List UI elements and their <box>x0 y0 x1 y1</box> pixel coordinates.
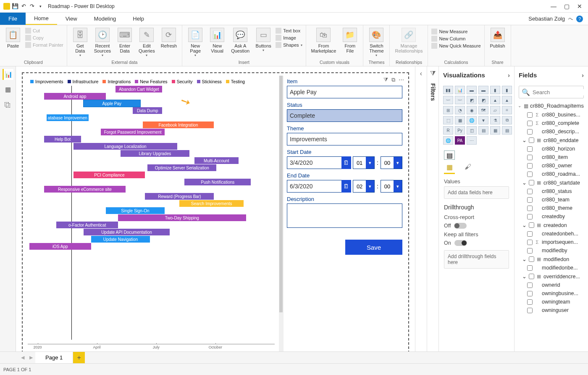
minimize-icon[interactable]: — <box>551 3 556 10</box>
field-item[interactable]: ⌄▦createdon <box>518 221 585 230</box>
field-item[interactable]: cr880_theme <box>518 204 585 212</box>
redo-icon[interactable]: ↷ <box>29 3 35 10</box>
viz-type-icon[interactable]: ▤ <box>478 126 488 135</box>
paste-button[interactable]: 📋Paste <box>3 27 24 59</box>
image-button[interactable]: Image <box>276 35 302 41</box>
get-data-button[interactable]: 🗄Get Data▾ <box>70 27 91 59</box>
viz-type-icon[interactable]: ⧉ <box>502 116 512 124</box>
cross-report-toggle[interactable] <box>454 223 467 229</box>
drillthrough-dropzone[interactable]: Add drillthrough fields here <box>444 250 509 269</box>
gantt-bar[interactable]: Help Bot <box>44 136 81 143</box>
prev-page-icon[interactable]: ◀ <box>18 352 27 363</box>
chevron-right-icon[interactable]: › <box>582 71 584 79</box>
maximize-icon[interactable]: ▢ <box>564 3 570 10</box>
tab-view[interactable]: View <box>57 13 86 25</box>
publish-button[interactable]: 📤Publish <box>487 27 508 59</box>
cut-button[interactable]: Cut <box>25 28 63 34</box>
field-item[interactable]: ⌄▦overriddencre... <box>518 272 585 281</box>
viz-type-icon[interactable]: 🌐 <box>443 136 453 145</box>
manage-relationships-button[interactable]: 🔗Manage Relationships <box>392 27 425 59</box>
viz-type-icon[interactable]: ▬ <box>467 86 477 94</box>
viz-type-icon[interactable]: ◔ <box>455 106 465 114</box>
gantt-bar[interactable]: Multi-Account <box>194 157 239 164</box>
gantt-bar[interactable]: atabase Improvemen <box>47 114 89 121</box>
viz-type-icon[interactable]: ▲ <box>502 96 512 104</box>
add-page-button[interactable]: + <box>73 352 85 363</box>
viz-type-icon[interactable]: ▲ <box>490 96 500 104</box>
item-input[interactable] <box>287 86 402 98</box>
copy-button[interactable]: Copy <box>25 35 63 41</box>
next-page-icon[interactable]: ▶ <box>27 352 35 363</box>
tab-modeling[interactable]: Modeling <box>86 13 125 25</box>
selected-viz-icon[interactable]: ▤ <box>444 151 455 160</box>
field-item[interactable]: createdby <box>518 212 585 221</box>
viz-type-icon[interactable]: ⚗ <box>490 116 500 124</box>
gantt-bar[interactable]: o-Factor Authenticat <box>56 222 118 228</box>
field-item[interactable]: cr880_item <box>518 153 585 161</box>
field-item[interactable]: cr880_descrip... <box>518 127 585 136</box>
tab-help[interactable]: Help <box>124 13 152 25</box>
gantt-bar[interactable]: Two-Day Shipping <box>118 214 246 221</box>
report-canvas[interactable]: ImprovementsInfrastructureIntegrationsNe… <box>16 66 415 363</box>
gantt-bar[interactable]: PCI Compliance <box>74 172 145 178</box>
qat-dropdown-icon[interactable]: ▾ <box>37 3 44 10</box>
viz-type-icon[interactable]: ◩ <box>467 96 477 104</box>
field-item[interactable]: Σimportsequen... <box>518 238 585 246</box>
field-item[interactable]: ⌄▦modifiedon <box>518 255 585 264</box>
gantt-bar[interactable]: Single Sign-On <box>106 207 165 214</box>
collapse-panes-icon[interactable]: ‹ <box>415 66 427 363</box>
chevron-down-icon[interactable]: ▾ <box>366 180 374 192</box>
focus-icon[interactable]: ⧉ <box>391 77 395 83</box>
viz-type-icon[interactable]: 🌐 <box>467 116 477 124</box>
viz-type-icon[interactable]: ▬ <box>478 86 488 94</box>
recent-sources-button[interactable]: 🕑Recent Sources▾ <box>92 27 113 59</box>
field-item[interactable]: cr880_owner <box>518 161 585 170</box>
viz-type-icon[interactable]: 〰 <box>455 96 465 104</box>
viz-type-icon[interactable]: PA <box>455 136 465 145</box>
filters-pane-collapsed[interactable]: ⧩ Filters <box>427 66 438 363</box>
close-icon[interactable]: ✕ <box>577 3 582 10</box>
report-view-icon[interactable]: 📊 <box>3 69 13 80</box>
tab-home[interactable]: Home <box>26 13 57 25</box>
from-file-button[interactable]: 📁From File <box>339 27 360 59</box>
chevron-right-icon[interactable]: › <box>508 71 510 79</box>
gantt-bar[interactable]: Android app <box>44 93 106 100</box>
field-item[interactable]: cr880_team <box>518 195 585 204</box>
chevron-down-icon[interactable]: ▾ <box>394 180 402 192</box>
gantt-bar[interactable]: Optimize Server Serialization <box>147 164 216 171</box>
viz-type-icon[interactable]: ◉ <box>467 106 477 114</box>
start-hour-select[interactable]: 01▾ <box>353 156 375 169</box>
chevron-up-icon[interactable]: へ <box>568 16 573 22</box>
calendar-icon[interactable]: 🗓 <box>341 156 351 169</box>
field-item[interactable]: createdonbeh... <box>518 230 585 238</box>
gantt-bar[interactable]: Update Navigation <box>91 236 150 243</box>
more-icon[interactable]: ⋯ <box>399 77 404 83</box>
fields-table-node[interactable]: ⌄▦cr880_RoadmapItems <box>518 101 585 111</box>
filters-icon[interactable]: ⧩ <box>430 70 436 77</box>
viz-type-icon[interactable]: 〰 <box>443 96 453 104</box>
gantt-bar[interactable]: Search Improvements <box>179 200 243 207</box>
field-item[interactable]: ⌄▦cr880_enddate <box>518 136 585 145</box>
save-icon[interactable]: 💾 <box>12 3 18 10</box>
gantt-bar[interactable]: Forgot Password Improvement <box>101 129 165 135</box>
viz-type-icon[interactable]: 📊 <box>455 86 465 94</box>
viz-type-icon[interactable]: ▮ <box>502 86 512 94</box>
shapes-button[interactable]: Shapes▾ <box>276 42 302 48</box>
values-dropzone[interactable]: Add data fields here <box>444 186 509 199</box>
viz-type-icon[interactable]: ▱ <box>490 106 500 114</box>
field-item[interactable]: owningbusine... <box>518 289 585 298</box>
format-subtab-icon[interactable]: 🖌 <box>462 161 473 172</box>
viz-type-icon[interactable]: ▼ <box>478 116 488 124</box>
viz-type-icon[interactable]: 🗺 <box>478 106 488 114</box>
undo-icon[interactable]: ↶ <box>20 3 27 10</box>
field-item[interactable]: Σcr880_busines... <box>518 111 585 119</box>
field-item[interactable]: owningteam <box>518 298 585 306</box>
page-tab-1[interactable]: Page 1 <box>35 352 73 363</box>
legend-item[interactable]: Integrations <box>102 79 131 84</box>
gantt-bar[interactable]: Abandon Cart Widget <box>116 86 162 92</box>
chevron-down-icon[interactable]: ▾ <box>366 157 374 169</box>
buttons-button[interactable]: ▭Buttons▾ <box>253 27 274 59</box>
viz-type-icon[interactable]: ⊞ <box>443 106 453 114</box>
filter-icon[interactable]: ⧩ <box>383 77 388 83</box>
new-measure-button[interactable]: New Measure <box>431 29 480 34</box>
